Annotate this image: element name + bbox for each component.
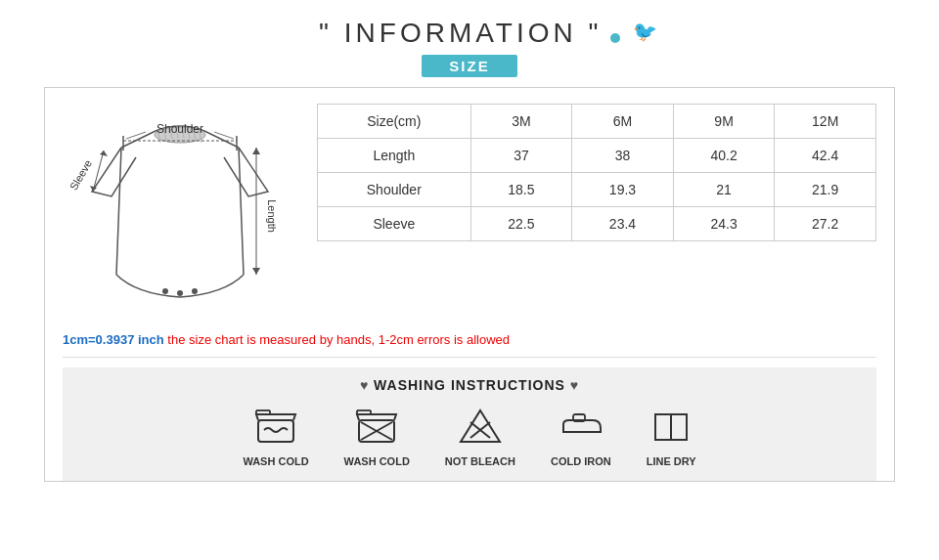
not-bleach-icon xyxy=(457,407,504,448)
line-dry-icon xyxy=(648,407,694,448)
wash-item-cold-x: WASH COLD xyxy=(344,407,410,467)
wash-cold-x-label: WASH COLD xyxy=(344,455,410,467)
table-row: Sleeve 22.5 23.4 24.3 27.2 xyxy=(318,207,876,241)
svg-marker-28 xyxy=(252,268,260,275)
cell-shoulder-6m: 19.3 xyxy=(572,173,674,207)
table-row: Shoulder 18.5 19.3 21 21.9 xyxy=(318,173,876,207)
svg-marker-40 xyxy=(461,410,500,442)
bird-icon: 🐦 xyxy=(633,20,657,43)
cell-length-6m: 38 xyxy=(572,139,674,173)
svg-text:Sleeve: Sleeve xyxy=(67,157,94,192)
page-title: INFORMATION xyxy=(319,18,602,48)
svg-point-5 xyxy=(177,290,183,296)
cell-shoulder-12m: 21.9 xyxy=(775,173,876,207)
size-note: 1cm=0.3937 inch the size chart is measur… xyxy=(63,332,876,358)
col-header-6m: 6M xyxy=(572,105,674,139)
table-row: Length 37 38 40.2 42.4 xyxy=(318,139,876,173)
svg-point-6 xyxy=(192,288,198,294)
main-card: Shoulder Sleeve Length Size(cm) xyxy=(44,87,895,482)
wash-item-cold: WASH COLD xyxy=(243,407,308,467)
row-label-shoulder: Shoulder xyxy=(318,173,471,207)
title-dot xyxy=(610,33,620,43)
cold-iron-label: COLD IRON xyxy=(551,455,611,467)
cell-sleeve-3m: 22.5 xyxy=(470,207,572,241)
svg-text:Length: Length xyxy=(266,199,278,233)
not-bleach-label: NOT BLEACH xyxy=(445,455,515,467)
wash-item-cold-iron: COLD IRON xyxy=(551,407,611,467)
size-badge: SIZE xyxy=(422,55,516,77)
row-label-sleeve: Sleeve xyxy=(318,207,471,241)
col-header-12m: 12M xyxy=(775,105,876,139)
wash-item-line-dry: LINE DRY xyxy=(647,407,696,467)
cell-length-12m: 42.4 xyxy=(775,139,876,173)
wash-cold-x-icon xyxy=(353,407,400,448)
size-table: Size(cm) 3M 6M 9M 12M Length 37 38 40.2 … xyxy=(317,104,876,241)
svg-line-23 xyxy=(93,151,104,192)
wash-cold-icon xyxy=(252,407,299,448)
svg-line-3 xyxy=(239,148,244,275)
svg-line-0 xyxy=(121,131,156,148)
line-dry-label: LINE DRY xyxy=(647,455,696,467)
svg-line-1 xyxy=(204,131,239,148)
washing-title: WASHING INSTRUCTIONS xyxy=(72,377,867,393)
cold-iron-icon xyxy=(558,407,604,448)
cell-sleeve-6m: 23.4 xyxy=(572,207,674,241)
cell-length-3m: 37 xyxy=(470,139,572,173)
svg-marker-24 xyxy=(100,151,108,156)
cell-shoulder-3m: 18.5 xyxy=(470,173,572,207)
garment-diagram: Shoulder Sleeve Length xyxy=(63,104,307,319)
svg-marker-27 xyxy=(252,148,260,154)
cell-length-9m: 40.2 xyxy=(673,139,775,173)
col-header-9m: 9M xyxy=(673,105,775,139)
wash-cold-label: WASH COLD xyxy=(243,455,308,467)
note-red: the size chart is measured by hands, 1-2… xyxy=(164,332,510,347)
wash-item-no-bleach: NOT BLEACH xyxy=(445,407,515,467)
col-header-size: Size(cm) xyxy=(318,105,471,139)
washing-section: WASHING INSTRUCTIONS WASH COLD xyxy=(63,367,876,481)
top-section: Shoulder Sleeve Length Size(cm) xyxy=(63,104,876,319)
svg-point-4 xyxy=(162,288,168,294)
header: INFORMATION 🐦 SIZE xyxy=(20,18,919,77)
col-header-3m: 3M xyxy=(470,105,572,139)
svg-text:Shoulder: Shoulder xyxy=(156,122,203,136)
svg-rect-30 xyxy=(258,420,293,442)
svg-line-2 xyxy=(116,148,121,275)
cell-shoulder-9m: 21 xyxy=(673,173,775,207)
cell-sleeve-12m: 27.2 xyxy=(775,207,876,241)
washing-icons: WASH COLD WASH COLD xyxy=(72,407,867,467)
cell-sleeve-9m: 24.3 xyxy=(673,207,775,241)
row-label-length: Length xyxy=(318,139,471,173)
note-blue: 1cm=0.3937 inch xyxy=(63,332,164,347)
